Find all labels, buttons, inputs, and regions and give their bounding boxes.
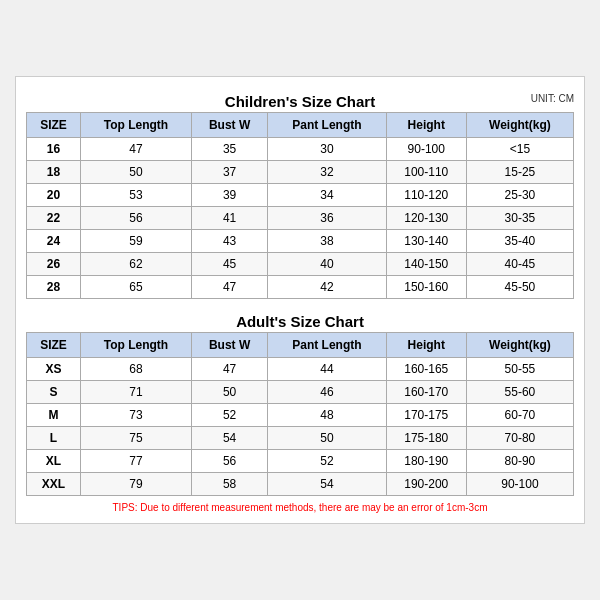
children-table-header: SIZE Top Length Bust W Pant Length Heigh… (27, 113, 574, 138)
table-cell: 68 (80, 358, 191, 381)
children-title: Children's Size Chart (225, 93, 375, 110)
table-cell: 37 (192, 161, 268, 184)
table-cell: 38 (268, 230, 386, 253)
table-cell: 110-120 (386, 184, 466, 207)
table-cell: 120-130 (386, 207, 466, 230)
table-cell: 58 (192, 473, 268, 496)
table-cell: 40-45 (466, 253, 573, 276)
table-cell: 175-180 (386, 427, 466, 450)
table-cell: 48 (268, 404, 386, 427)
children-col-top-length: Top Length (80, 113, 191, 138)
table-cell: 43 (192, 230, 268, 253)
table-cell: 46 (268, 381, 386, 404)
table-cell: 90-100 (466, 473, 573, 496)
table-cell: 32 (268, 161, 386, 184)
table-cell: XS (27, 358, 81, 381)
table-cell: 22 (27, 207, 81, 230)
table-row: 1647353090-100<15 (27, 138, 574, 161)
table-row: L755450175-18070-80 (27, 427, 574, 450)
table-cell: 56 (192, 450, 268, 473)
table-cell: 47 (192, 358, 268, 381)
table-row: XXL795854190-20090-100 (27, 473, 574, 496)
adults-col-pant-length: Pant Length (268, 333, 386, 358)
table-cell: 54 (192, 427, 268, 450)
table-row: 26624540140-15040-45 (27, 253, 574, 276)
table-cell: 42 (268, 276, 386, 299)
children-col-height: Height (386, 113, 466, 138)
table-cell: 79 (80, 473, 191, 496)
table-cell: M (27, 404, 81, 427)
table-cell: 59 (80, 230, 191, 253)
table-cell: <15 (466, 138, 573, 161)
table-row: M735248170-17560-70 (27, 404, 574, 427)
table-cell: 60-70 (466, 404, 573, 427)
table-row: 28654742150-16045-50 (27, 276, 574, 299)
table-cell: 90-100 (386, 138, 466, 161)
table-cell: 35-40 (466, 230, 573, 253)
table-cell: 52 (192, 404, 268, 427)
table-cell: 140-150 (386, 253, 466, 276)
table-cell: 65 (80, 276, 191, 299)
unit-label: UNIT: CM (531, 93, 574, 104)
children-table-body: 1647353090-100<1518503732100-11015-25205… (27, 138, 574, 299)
table-cell: 77 (80, 450, 191, 473)
tips-text: TIPS: Due to different measurement metho… (26, 502, 574, 513)
table-cell: 160-170 (386, 381, 466, 404)
adults-table: SIZE Top Length Bust W Pant Length Heigh… (26, 332, 574, 496)
table-cell: 52 (268, 450, 386, 473)
adults-section-title: Adult's Size Chart (26, 307, 574, 332)
table-cell: 56 (80, 207, 191, 230)
adults-header-row: SIZE Top Length Bust W Pant Length Heigh… (27, 333, 574, 358)
table-cell: 150-160 (386, 276, 466, 299)
chart-container: Children's Size Chart UNIT: CM SIZE Top … (15, 76, 585, 524)
children-col-bust: Bust W (192, 113, 268, 138)
table-cell: 39 (192, 184, 268, 207)
table-cell: 73 (80, 404, 191, 427)
table-row: 18503732100-11015-25 (27, 161, 574, 184)
table-cell: 180-190 (386, 450, 466, 473)
children-col-weight: Weight(kg) (466, 113, 573, 138)
table-cell: 130-140 (386, 230, 466, 253)
table-cell: 80-90 (466, 450, 573, 473)
table-cell: 25-30 (466, 184, 573, 207)
adults-col-top-length: Top Length (80, 333, 191, 358)
children-col-pant-length: Pant Length (268, 113, 386, 138)
table-cell: 50 (268, 427, 386, 450)
table-cell: XL (27, 450, 81, 473)
table-row: 24594338130-14035-40 (27, 230, 574, 253)
table-cell: 53 (80, 184, 191, 207)
table-cell: 26 (27, 253, 81, 276)
table-cell: 16 (27, 138, 81, 161)
table-row: XL775652180-19080-90 (27, 450, 574, 473)
adults-col-size: SIZE (27, 333, 81, 358)
table-cell: 45 (192, 253, 268, 276)
table-cell: 170-175 (386, 404, 466, 427)
table-row: XS684744160-16550-55 (27, 358, 574, 381)
table-cell: 34 (268, 184, 386, 207)
table-cell: 24 (27, 230, 81, 253)
table-cell: 70-80 (466, 427, 573, 450)
table-cell: 50 (80, 161, 191, 184)
adults-title: Adult's Size Chart (236, 313, 364, 330)
table-cell: 71 (80, 381, 191, 404)
table-cell: 15-25 (466, 161, 573, 184)
table-cell: 100-110 (386, 161, 466, 184)
children-header-row: SIZE Top Length Bust W Pant Length Heigh… (27, 113, 574, 138)
table-row: 20533934110-12025-30 (27, 184, 574, 207)
table-cell: XXL (27, 473, 81, 496)
table-cell: 160-165 (386, 358, 466, 381)
table-cell: S (27, 381, 81, 404)
adults-col-bust: Bust W (192, 333, 268, 358)
table-cell: 20 (27, 184, 81, 207)
table-cell: 40 (268, 253, 386, 276)
children-col-size: SIZE (27, 113, 81, 138)
table-cell: 47 (192, 276, 268, 299)
table-cell: 54 (268, 473, 386, 496)
table-cell: 75 (80, 427, 191, 450)
table-cell: 62 (80, 253, 191, 276)
adults-table-header: SIZE Top Length Bust W Pant Length Heigh… (27, 333, 574, 358)
table-cell: 30-35 (466, 207, 573, 230)
table-cell: 190-200 (386, 473, 466, 496)
table-cell: 28 (27, 276, 81, 299)
table-row: S715046160-17055-60 (27, 381, 574, 404)
